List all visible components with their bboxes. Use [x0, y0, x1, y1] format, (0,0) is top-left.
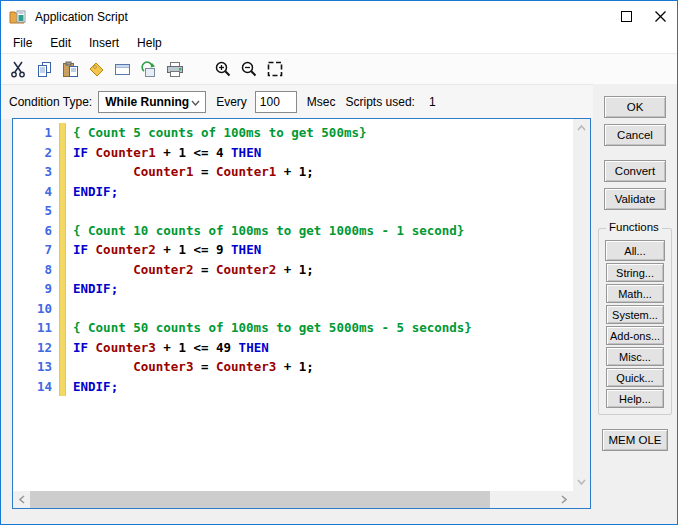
functions-system-button[interactable]: System... — [606, 305, 664, 324]
functions-help-button[interactable]: Help... — [606, 389, 664, 408]
vertical-scrollbar[interactable] — [573, 119, 590, 491]
code-text — [66, 299, 73, 319]
code-line[interactable]: 5 — [13, 201, 573, 221]
code-line[interactable]: 10 — [13, 299, 573, 319]
application-script-dialog: Application Script FileEditInsertHelp Co… — [0, 0, 678, 525]
line-number: 8 — [13, 260, 59, 280]
copy-icon[interactable] — [32, 57, 57, 82]
code-line[interactable]: 2IF Counter1 + 1 <= 4 THEN — [13, 143, 573, 163]
code-text: ENDIF; — [66, 279, 118, 299]
horizontal-scrollbar[interactable] — [13, 491, 573, 508]
mem-ole-button[interactable]: MEM OLE — [602, 429, 668, 451]
chevron-down-icon — [191, 95, 200, 109]
line-number: 10 — [13, 299, 59, 319]
code-line[interactable]: 1{ Count 5 counts of 100ms to get 500ms} — [13, 123, 573, 143]
code-text: Counter1 = Counter1 + 1; — [66, 162, 314, 182]
scroll-down-icon[interactable] — [573, 475, 590, 489]
functions-math-button[interactable]: Math... — [606, 284, 664, 303]
horizontal-scroll-thumb[interactable] — [30, 491, 490, 508]
select-region-icon[interactable] — [262, 57, 287, 82]
functions-add-ons-button[interactable]: Add-ons... — [606, 326, 664, 345]
cancel-button[interactable]: Cancel — [604, 124, 666, 146]
gutter-strip — [59, 123, 66, 143]
gutter-strip — [59, 357, 66, 377]
cut-icon[interactable] — [6, 57, 31, 82]
toolbar-spacer — [188, 69, 210, 70]
gutter-strip — [59, 299, 66, 319]
functions-all-button[interactable]: All... — [605, 240, 665, 261]
line-number: 12 — [13, 338, 59, 358]
condition-row: Condition Type: While Running Every Msec… — [1, 84, 593, 119]
condition-type-select[interactable]: While Running — [98, 91, 206, 113]
window-icon[interactable] — [110, 57, 135, 82]
code-line[interactable]: 7IF Counter2 + 1 <= 9 THEN — [13, 240, 573, 260]
code-text: { Count 10 counts of 100ms to get 1000ms… — [66, 221, 464, 241]
condition-type-label: Condition Type: — [9, 95, 92, 109]
menu-help[interactable]: Help — [128, 34, 171, 52]
side-panel: OKCancelConvertValidate Functions All...… — [596, 96, 674, 451]
line-number: 5 — [13, 201, 59, 221]
code-text: IF Counter1 + 1 <= 4 THEN — [66, 143, 261, 163]
validate-button[interactable]: Validate — [604, 188, 666, 210]
gutter-strip — [59, 338, 66, 358]
script-editor[interactable]: 1{ Count 5 counts of 100ms to get 500ms}… — [12, 118, 591, 509]
code-line[interactable]: 12IF Counter3 + 1 <= 49 THEN — [13, 338, 573, 358]
zoom-in-icon[interactable] — [210, 57, 235, 82]
gutter-strip — [59, 182, 66, 202]
code-line[interactable]: 14ENDIF; — [13, 377, 573, 397]
gutter-strip — [59, 377, 66, 397]
line-number: 9 — [13, 279, 59, 299]
code-line[interactable]: 9ENDIF; — [13, 279, 573, 299]
menu-file[interactable]: File — [4, 34, 41, 52]
maximize-button[interactable] — [609, 1, 643, 32]
code-text: ENDIF; — [66, 377, 118, 397]
convert-button[interactable]: Convert — [604, 160, 666, 182]
line-number: 6 — [13, 221, 59, 241]
code-line[interactable]: 4ENDIF; — [13, 182, 573, 202]
paste-icon[interactable] — [58, 57, 83, 82]
line-number: 1 — [13, 123, 59, 143]
print-icon[interactable] — [162, 57, 187, 82]
ok-button[interactable]: OK — [604, 96, 666, 118]
object-loop-icon[interactable] — [136, 57, 161, 82]
line-number: 2 — [13, 143, 59, 163]
menu-edit[interactable]: Edit — [41, 34, 80, 52]
code-text: Counter2 = Counter2 + 1; — [66, 260, 314, 280]
functions-group: Functions All...String...Math...System..… — [598, 228, 672, 415]
condition-type-value: While Running — [105, 95, 191, 109]
functions-string-button[interactable]: String... — [606, 263, 664, 282]
code-line[interactable]: 6{ Count 10 counts of 100ms to get 1000m… — [13, 221, 573, 241]
code-text: IF Counter3 + 1 <= 49 THEN — [66, 338, 269, 358]
scroll-up-icon[interactable] — [573, 121, 590, 135]
code-line[interactable]: 3 Counter1 = Counter1 + 1; — [13, 162, 573, 182]
zoom-out-icon[interactable] — [236, 57, 261, 82]
menu-insert[interactable]: Insert — [80, 34, 128, 52]
menu-bar: FileEditInsertHelp — [1, 32, 677, 53]
code-text: ENDIF; — [66, 182, 118, 202]
line-number: 13 — [13, 357, 59, 377]
scroll-right-icon[interactable] — [557, 491, 571, 508]
line-number: 3 — [13, 162, 59, 182]
functions-misc-button[interactable]: Misc... — [606, 347, 664, 366]
msec-label: Msec — [307, 95, 336, 109]
window-title: Application Script — [35, 10, 128, 24]
scripts-used-label: Scripts used: — [346, 95, 415, 109]
title-bar: Application Script — [1, 1, 677, 32]
gutter-strip — [59, 240, 66, 260]
functions-quick-button[interactable]: Quick... — [606, 368, 664, 387]
tag-icon[interactable] — [84, 57, 109, 82]
gutter-strip — [59, 201, 66, 221]
gutter-strip — [59, 221, 66, 241]
code-line[interactable]: 11{ Count 50 counts of 100ms to get 5000… — [13, 318, 573, 338]
code-line[interactable]: 13 Counter3 = Counter3 + 1; — [13, 357, 573, 377]
gutter-strip — [59, 279, 66, 299]
code-text — [66, 201, 73, 221]
code-line[interactable]: 8 Counter2 = Counter2 + 1; — [13, 260, 573, 280]
functions-group-label: Functions — [606, 221, 662, 233]
code-area[interactable]: 1{ Count 5 counts of 100ms to get 500ms}… — [13, 119, 573, 491]
code-text: { Count 50 counts of 100ms to get 5000ms… — [66, 318, 472, 338]
every-msec-input[interactable] — [255, 91, 297, 113]
close-button[interactable] — [643, 1, 677, 32]
scroll-left-icon[interactable] — [15, 491, 29, 508]
scripts-used-value: 1 — [429, 95, 436, 109]
